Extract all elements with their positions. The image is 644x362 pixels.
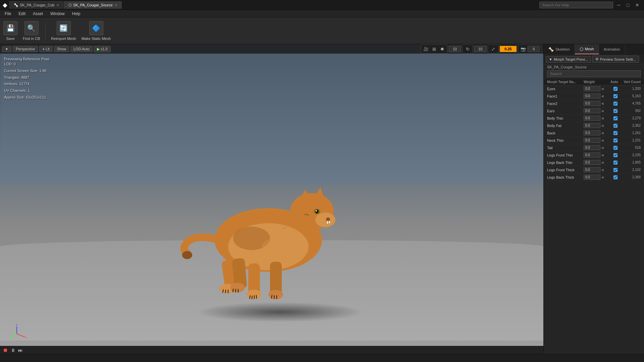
auto-checkbox[interactable] <box>613 175 618 179</box>
weight-arrow[interactable]: ◀ <box>601 146 604 149</box>
tab-skeleton[interactable]: 🦴 Skeleton <box>544 44 575 54</box>
minimize-btn[interactable]: ─ <box>615 2 623 8</box>
rotation-icon[interactable]: ↻ <box>464 45 471 53</box>
menu-asset[interactable]: Asset <box>30 11 46 17</box>
auto-checkbox[interactable] <box>613 161 618 165</box>
camera-icon[interactable]: 📷 <box>520 45 527 53</box>
weight-arrow[interactable]: ◀ <box>601 109 604 113</box>
auto-checkbox[interactable] <box>613 109 618 113</box>
auto-checkbox[interactable] <box>613 87 618 91</box>
morph-auto-checkbox <box>610 146 621 150</box>
morph-vert-count: 5,163 <box>621 94 641 98</box>
show-btn[interactable]: Show <box>54 46 69 52</box>
scale-snap-input[interactable] <box>500 46 517 52</box>
weight-arrow[interactable]: ◀ <box>601 153 604 157</box>
weight-arrow[interactable]: ◀ <box>601 102 604 105</box>
tab-animation[interactable]: Animation <box>599 44 625 54</box>
scale-icon[interactable]: ⤢ <box>489 45 497 53</box>
tab-sk-cougar-cub[interactable]: 🦴 SK_PA_Cougar_Cub ✕ <box>9 1 63 9</box>
auto-checkbox[interactable] <box>613 168 618 172</box>
morph-row: Ears ◀ 392 <box>544 107 644 115</box>
svg-line-31 <box>225 290 226 293</box>
preview-scene-settings-button[interactable]: ⚙ Preview Scene Setti... <box>592 56 639 63</box>
play-forward-button[interactable]: ⏭ <box>18 348 23 353</box>
weight-input[interactable] <box>584 86 600 91</box>
weight-input[interactable] <box>584 167 600 172</box>
weight-input[interactable] <box>584 123 600 128</box>
weight-input[interactable] <box>584 160 600 165</box>
tab-close-btn[interactable]: ✕ <box>56 3 59 7</box>
tab-sk-cougar-source[interactable]: ⬡ SK_PA_Cougar_Source ✕ <box>64 1 122 9</box>
morph-row: Legs Back Thick ◀ 2,368 <box>544 174 644 181</box>
weight-input[interactable] <box>584 138 600 143</box>
reimport-mesh-button[interactable]: 🔄 Reimport Mesh <box>51 21 76 41</box>
morph-weight-control: ◀ <box>584 123 610 128</box>
grid-icon[interactable]: ⊞ <box>430 45 438 53</box>
asset-name-label: SK_PA_Cougar_Source <box>544 64 644 70</box>
pause-button[interactable]: ⏸ <box>11 348 15 353</box>
close-btn[interactable]: ✕ <box>633 2 641 8</box>
viewport-dropdown-btn[interactable]: ▼ <box>2 46 11 52</box>
record-button[interactable]: ⏺ <box>3 347 8 353</box>
weight-input[interactable] <box>584 145 600 150</box>
morph-auto-checkbox <box>610 161 621 165</box>
morph-name: Face2 <box>547 102 584 106</box>
auto-checkbox[interactable] <box>613 124 618 128</box>
svg-point-8 <box>316 210 317 212</box>
search-for-help-input[interactable] <box>539 2 613 8</box>
weight-input[interactable] <box>584 94 600 99</box>
weight-arrow[interactable]: ◀ <box>601 168 604 172</box>
auto-checkbox[interactable] <box>613 153 618 157</box>
weight-input[interactable] <box>584 130 600 135</box>
menu-file[interactable]: File <box>1 11 14 17</box>
morph-name: Legs Back Thick <box>547 175 584 179</box>
menu-window[interactable]: Window <box>47 11 68 17</box>
maximize-btn[interactable]: □ <box>625 2 631 8</box>
morph-vert-count: 392 <box>621 109 641 113</box>
tab-mesh[interactable]: ⬡ Mesh <box>575 44 599 54</box>
weight-input[interactable] <box>584 175 600 180</box>
morph-panel-toggle[interactable]: ▼ Morph Target Previ... <box>546 56 591 63</box>
auto-checkbox[interactable] <box>613 131 618 135</box>
tab-close-btn-2[interactable]: ✕ <box>115 3 117 7</box>
morph-search-input[interactable] <box>547 70 641 77</box>
auto-checkbox[interactable] <box>613 138 618 142</box>
menu-edit[interactable]: Edit <box>15 11 29 17</box>
morph-auto-checkbox <box>610 153 621 157</box>
weight-arrow[interactable]: ◀ <box>601 131 604 135</box>
weight-arrow[interactable]: ◀ <box>601 138 604 142</box>
rotation-snap-input[interactable] <box>474 46 486 52</box>
viewport[interactable]: ▼ Perspective ● Lit Show LOD Auto ▶ x1.0 <box>0 44 543 354</box>
grid-size-input[interactable] <box>449 46 461 52</box>
weight-input[interactable] <box>584 101 600 106</box>
weight-arrow[interactable]: ◀ <box>601 124 604 127</box>
lit-btn[interactable]: ● Lit <box>39 46 52 52</box>
auto-checkbox[interactable] <box>613 102 618 106</box>
find-in-cb-button[interactable]: 🔍 Find in CB <box>23 21 40 41</box>
weight-input[interactable] <box>584 153 600 158</box>
weight-arrow[interactable]: ◀ <box>601 175 604 179</box>
save-button[interactable]: 💾 Save <box>3 21 17 41</box>
perspective-btn[interactable]: Perspective <box>13 46 38 52</box>
make-static-mesh-icon: 🔷 <box>89 21 103 35</box>
multiplier-btn[interactable]: ▶ x1.0 <box>94 46 111 52</box>
weight-input[interactable] <box>584 116 600 121</box>
morph-table-header: Morph Target Na... Weight Auto Vert Coun… <box>544 79 644 85</box>
camera-speed-icon[interactable]: 🎥 <box>422 45 430 53</box>
lod-btn[interactable]: LOD Auto <box>70 46 93 52</box>
extra-number-input[interactable] <box>528 46 540 52</box>
auto-checkbox[interactable] <box>613 146 618 150</box>
auto-checkbox[interactable] <box>613 94 618 98</box>
weight-arrow[interactable]: ◀ <box>601 116 604 120</box>
weight-arrow[interactable]: ◀ <box>601 161 604 164</box>
auto-checkbox[interactable] <box>613 116 618 120</box>
menu-help[interactable]: Help <box>69 11 84 17</box>
weight-input[interactable] <box>584 108 600 113</box>
playback-bar: ⏺ ⏸ ⏭ <box>0 346 543 354</box>
morph-vert-count: 2,368 <box>621 175 641 179</box>
weight-arrow[interactable]: ◀ <box>601 87 604 90</box>
svg-point-19 <box>230 283 245 292</box>
weight-arrow[interactable]: ◀ <box>601 94 604 98</box>
snap-icon[interactable]: ✱ <box>438 45 446 53</box>
make-static-mesh-button[interactable]: 🔷 Make Static Mesh <box>82 21 111 41</box>
